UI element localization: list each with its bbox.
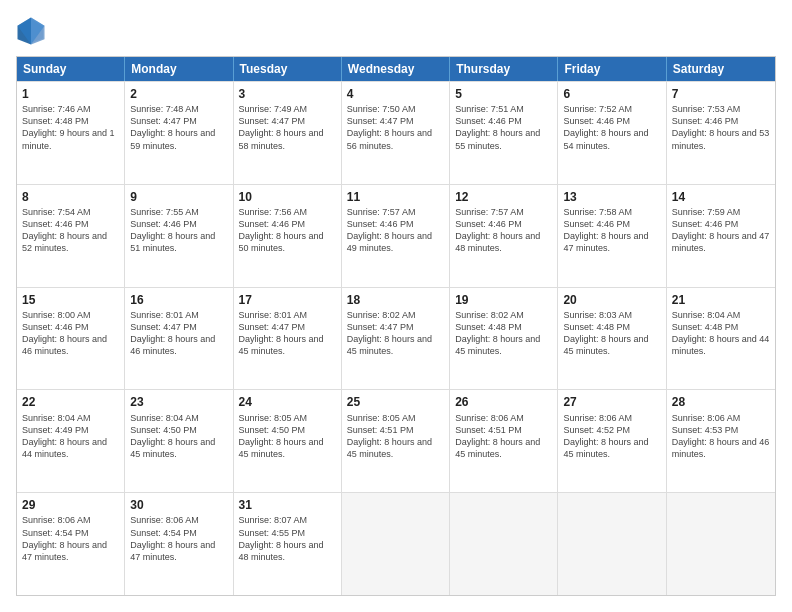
header-day-wednesday: Wednesday: [342, 57, 450, 81]
header-day-saturday: Saturday: [667, 57, 775, 81]
day-info: Sunrise: 7:57 AM Sunset: 4:46 PM Dayligh…: [347, 206, 444, 255]
calendar-cell: 3Sunrise: 7:49 AM Sunset: 4:47 PM Daylig…: [234, 82, 342, 184]
day-number: 21: [672, 292, 770, 308]
week-row-4: 22Sunrise: 8:04 AM Sunset: 4:49 PM Dayli…: [17, 389, 775, 492]
day-info: Sunrise: 7:53 AM Sunset: 4:46 PM Dayligh…: [672, 103, 770, 152]
day-number: 1: [22, 86, 119, 102]
day-number: 19: [455, 292, 552, 308]
day-number: 30: [130, 497, 227, 513]
calendar-cell: 19Sunrise: 8:02 AM Sunset: 4:48 PM Dayli…: [450, 288, 558, 390]
day-info: Sunrise: 8:06 AM Sunset: 4:51 PM Dayligh…: [455, 412, 552, 461]
day-info: Sunrise: 8:06 AM Sunset: 4:54 PM Dayligh…: [22, 514, 119, 563]
day-info: Sunrise: 8:02 AM Sunset: 4:47 PM Dayligh…: [347, 309, 444, 358]
day-number: 4: [347, 86, 444, 102]
day-number: 22: [22, 394, 119, 410]
day-info: Sunrise: 7:58 AM Sunset: 4:46 PM Dayligh…: [563, 206, 660, 255]
day-number: 29: [22, 497, 119, 513]
calendar-cell: 13Sunrise: 7:58 AM Sunset: 4:46 PM Dayli…: [558, 185, 666, 287]
day-info: Sunrise: 8:01 AM Sunset: 4:47 PM Dayligh…: [130, 309, 227, 358]
day-info: Sunrise: 8:07 AM Sunset: 4:55 PM Dayligh…: [239, 514, 336, 563]
day-info: Sunrise: 8:06 AM Sunset: 4:52 PM Dayligh…: [563, 412, 660, 461]
calendar-cell: 10Sunrise: 7:56 AM Sunset: 4:46 PM Dayli…: [234, 185, 342, 287]
day-info: Sunrise: 7:50 AM Sunset: 4:47 PM Dayligh…: [347, 103, 444, 152]
calendar-cell: 7Sunrise: 7:53 AM Sunset: 4:46 PM Daylig…: [667, 82, 775, 184]
day-info: Sunrise: 8:01 AM Sunset: 4:47 PM Dayligh…: [239, 309, 336, 358]
calendar-cell: 20Sunrise: 8:03 AM Sunset: 4:48 PM Dayli…: [558, 288, 666, 390]
week-row-3: 15Sunrise: 8:00 AM Sunset: 4:46 PM Dayli…: [17, 287, 775, 390]
day-number: 26: [455, 394, 552, 410]
calendar-cell: 9Sunrise: 7:55 AM Sunset: 4:46 PM Daylig…: [125, 185, 233, 287]
day-info: Sunrise: 8:06 AM Sunset: 4:54 PM Dayligh…: [130, 514, 227, 563]
day-info: Sunrise: 8:00 AM Sunset: 4:46 PM Dayligh…: [22, 309, 119, 358]
day-number: 7: [672, 86, 770, 102]
day-number: 5: [455, 86, 552, 102]
calendar-cell: 22Sunrise: 8:04 AM Sunset: 4:49 PM Dayli…: [17, 390, 125, 492]
day-number: 2: [130, 86, 227, 102]
day-info: Sunrise: 8:06 AM Sunset: 4:53 PM Dayligh…: [672, 412, 770, 461]
week-row-1: 1Sunrise: 7:46 AM Sunset: 4:48 PM Daylig…: [17, 81, 775, 184]
calendar-cell: 2Sunrise: 7:48 AM Sunset: 4:47 PM Daylig…: [125, 82, 233, 184]
calendar-cell: 23Sunrise: 8:04 AM Sunset: 4:50 PM Dayli…: [125, 390, 233, 492]
day-info: Sunrise: 7:59 AM Sunset: 4:46 PM Dayligh…: [672, 206, 770, 255]
calendar-cell: 11Sunrise: 7:57 AM Sunset: 4:46 PM Dayli…: [342, 185, 450, 287]
day-info: Sunrise: 8:02 AM Sunset: 4:48 PM Dayligh…: [455, 309, 552, 358]
day-info: Sunrise: 7:57 AM Sunset: 4:46 PM Dayligh…: [455, 206, 552, 255]
day-number: 14: [672, 189, 770, 205]
header-day-tuesday: Tuesday: [234, 57, 342, 81]
day-number: 25: [347, 394, 444, 410]
day-number: 8: [22, 189, 119, 205]
calendar-cell: 5Sunrise: 7:51 AM Sunset: 4:46 PM Daylig…: [450, 82, 558, 184]
day-info: Sunrise: 7:52 AM Sunset: 4:46 PM Dayligh…: [563, 103, 660, 152]
calendar-cell: 4Sunrise: 7:50 AM Sunset: 4:47 PM Daylig…: [342, 82, 450, 184]
week-row-2: 8Sunrise: 7:54 AM Sunset: 4:46 PM Daylig…: [17, 184, 775, 287]
day-info: Sunrise: 8:04 AM Sunset: 4:48 PM Dayligh…: [672, 309, 770, 358]
calendar-cell: 15Sunrise: 8:00 AM Sunset: 4:46 PM Dayli…: [17, 288, 125, 390]
header: [16, 16, 776, 46]
day-info: Sunrise: 8:04 AM Sunset: 4:50 PM Dayligh…: [130, 412, 227, 461]
day-info: Sunrise: 7:54 AM Sunset: 4:46 PM Dayligh…: [22, 206, 119, 255]
calendar-header: SundayMondayTuesdayWednesdayThursdayFrid…: [17, 57, 775, 81]
calendar-cell: [667, 493, 775, 595]
calendar-cell: 30Sunrise: 8:06 AM Sunset: 4:54 PM Dayli…: [125, 493, 233, 595]
day-number: 15: [22, 292, 119, 308]
calendar-cell: 1Sunrise: 7:46 AM Sunset: 4:48 PM Daylig…: [17, 82, 125, 184]
calendar-cell: 6Sunrise: 7:52 AM Sunset: 4:46 PM Daylig…: [558, 82, 666, 184]
day-number: 27: [563, 394, 660, 410]
calendar-cell: 31Sunrise: 8:07 AM Sunset: 4:55 PM Dayli…: [234, 493, 342, 595]
day-info: Sunrise: 8:05 AM Sunset: 4:50 PM Dayligh…: [239, 412, 336, 461]
day-number: 3: [239, 86, 336, 102]
calendar-cell: 29Sunrise: 8:06 AM Sunset: 4:54 PM Dayli…: [17, 493, 125, 595]
day-info: Sunrise: 8:05 AM Sunset: 4:51 PM Dayligh…: [347, 412, 444, 461]
day-info: Sunrise: 7:55 AM Sunset: 4:46 PM Dayligh…: [130, 206, 227, 255]
calendar-cell: 14Sunrise: 7:59 AM Sunset: 4:46 PM Dayli…: [667, 185, 775, 287]
logo-icon: [16, 16, 46, 46]
day-number: 24: [239, 394, 336, 410]
day-info: Sunrise: 7:51 AM Sunset: 4:46 PM Dayligh…: [455, 103, 552, 152]
header-day-thursday: Thursday: [450, 57, 558, 81]
calendar-cell: 18Sunrise: 8:02 AM Sunset: 4:47 PM Dayli…: [342, 288, 450, 390]
day-info: Sunrise: 7:46 AM Sunset: 4:48 PM Dayligh…: [22, 103, 119, 152]
calendar-cell: 28Sunrise: 8:06 AM Sunset: 4:53 PM Dayli…: [667, 390, 775, 492]
day-number: 23: [130, 394, 227, 410]
day-info: Sunrise: 7:56 AM Sunset: 4:46 PM Dayligh…: [239, 206, 336, 255]
day-number: 10: [239, 189, 336, 205]
calendar-body: 1Sunrise: 7:46 AM Sunset: 4:48 PM Daylig…: [17, 81, 775, 595]
calendar-cell: [342, 493, 450, 595]
day-number: 11: [347, 189, 444, 205]
calendar-cell: 27Sunrise: 8:06 AM Sunset: 4:52 PM Dayli…: [558, 390, 666, 492]
calendar-cell: 16Sunrise: 8:01 AM Sunset: 4:47 PM Dayli…: [125, 288, 233, 390]
header-day-sunday: Sunday: [17, 57, 125, 81]
calendar-cell: 21Sunrise: 8:04 AM Sunset: 4:48 PM Dayli…: [667, 288, 775, 390]
page: SundayMondayTuesdayWednesdayThursdayFrid…: [0, 0, 792, 612]
day-number: 12: [455, 189, 552, 205]
week-row-5: 29Sunrise: 8:06 AM Sunset: 4:54 PM Dayli…: [17, 492, 775, 595]
day-info: Sunrise: 8:04 AM Sunset: 4:49 PM Dayligh…: [22, 412, 119, 461]
day-number: 13: [563, 189, 660, 205]
calendar-cell: 17Sunrise: 8:01 AM Sunset: 4:47 PM Dayli…: [234, 288, 342, 390]
calendar-cell: 24Sunrise: 8:05 AM Sunset: 4:50 PM Dayli…: [234, 390, 342, 492]
day-number: 31: [239, 497, 336, 513]
header-day-monday: Monday: [125, 57, 233, 81]
calendar-cell: [558, 493, 666, 595]
day-number: 20: [563, 292, 660, 308]
day-number: 6: [563, 86, 660, 102]
